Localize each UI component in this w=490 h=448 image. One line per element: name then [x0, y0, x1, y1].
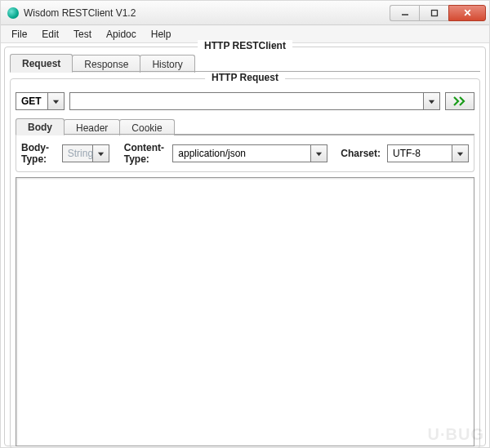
tab-request[interactable]: Request: [10, 54, 73, 73]
body-editor[interactable]: [16, 177, 474, 446]
url-combo[interactable]: [69, 92, 440, 110]
svg-marker-8: [457, 152, 463, 156]
tab-response[interactable]: Response: [72, 55, 140, 73]
content-type-label: Content-Type:: [124, 142, 167, 165]
body-type-value[interactable]: String: [62, 144, 93, 162]
menu-help[interactable]: Help: [145, 27, 177, 42]
url-row: GET: [11, 89, 479, 115]
tab-history[interactable]: History: [140, 55, 194, 73]
url-input[interactable]: [69, 92, 424, 110]
body-options-row: Body-Type: String Content-Type: applicat…: [16, 135, 474, 172]
client-area: HTTP RESTClient Request Response History…: [1, 43, 489, 448]
content-type-combo[interactable]: application/json: [172, 144, 327, 162]
minimize-button[interactable]: [390, 5, 419, 21]
svg-marker-7: [316, 152, 322, 156]
body-type-label: Body-Type:: [21, 142, 56, 165]
subtabs-underline: [16, 134, 474, 135]
body-type-dropdown-button[interactable]: [93, 144, 109, 162]
charset-combo[interactable]: UTF-8: [387, 144, 469, 162]
window-controls: [390, 5, 486, 21]
menu-file[interactable]: File: [6, 27, 33, 42]
subtab-body[interactable]: Body: [16, 118, 65, 135]
content-type-dropdown-button[interactable]: [311, 144, 327, 162]
maximize-button[interactable]: [419, 5, 448, 21]
app-icon: [7, 7, 19, 19]
http-request-group-title: HTTP Request: [205, 72, 285, 83]
menu-edit[interactable]: Edit: [36, 27, 65, 42]
main-panel: HTTP RESTClient Request Response History…: [4, 47, 486, 446]
body-panel: Body-Type: String Content-Type: applicat…: [16, 135, 474, 172]
main-tabs: Request Response History: [5, 47, 485, 72]
charset-label: Charset:: [341, 148, 381, 159]
close-button[interactable]: [448, 5, 486, 21]
svg-rect-1: [431, 10, 437, 16]
charset-dropdown-button[interactable]: [452, 144, 469, 162]
watermark: U·BUG: [428, 425, 484, 444]
subtab-cookie[interactable]: Cookie: [119, 119, 174, 135]
subtab-header[interactable]: Header: [64, 119, 120, 135]
http-method-dropdown-button[interactable]: [48, 92, 65, 110]
url-dropdown-button[interactable]: [424, 92, 440, 110]
http-method-combo[interactable]: GET: [16, 92, 65, 110]
body-type-combo[interactable]: String: [62, 144, 109, 162]
svg-marker-4: [53, 100, 59, 104]
request-subtabs: Body Header Cookie: [11, 115, 479, 135]
menu-test[interactable]: Test: [68, 27, 97, 42]
svg-marker-6: [98, 152, 104, 156]
titlebar: Wisdom RESTClient V1.2: [1, 1, 489, 25]
http-request-group: HTTP Request GET: [10, 78, 480, 448]
menu-apidoc[interactable]: Apidoc: [100, 27, 142, 42]
app-window: Wisdom RESTClient V1.2 File Edit Test Ap…: [0, 0, 490, 448]
content-type-value[interactable]: application/json: [172, 144, 311, 162]
svg-marker-5: [429, 100, 434, 104]
send-button[interactable]: [445, 92, 474, 110]
window-title: Wisdom RESTClient V1.2: [24, 7, 136, 19]
http-method-value[interactable]: GET: [16, 92, 48, 110]
charset-value[interactable]: UTF-8: [387, 144, 452, 162]
